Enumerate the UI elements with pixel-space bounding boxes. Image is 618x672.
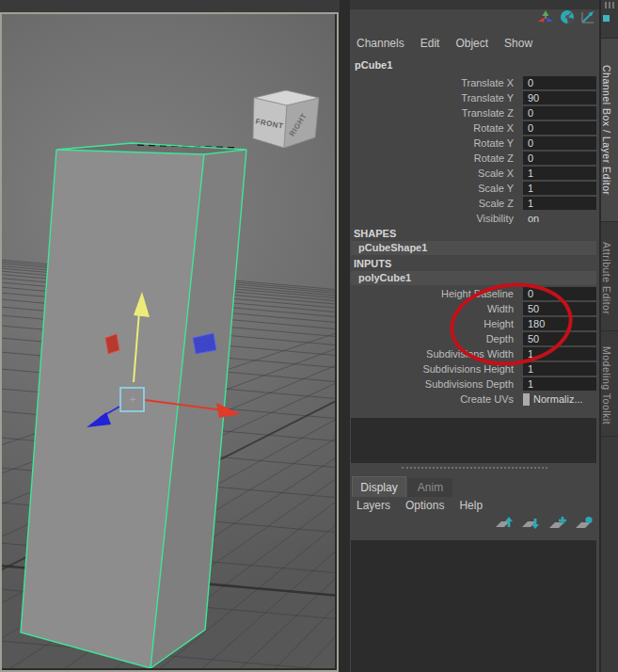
channel-label[interactable]: Rotate X [350, 122, 519, 134]
menu-show[interactable]: Show [504, 37, 532, 50]
channel-label[interactable]: Subdivisions Width [350, 348, 519, 360]
channel-row: Height180 [350, 316, 597, 331]
channel-value-plain[interactable]: on [528, 213, 539, 224]
channel-row: Height Baseline0 [350, 286, 597, 301]
channel-value-field[interactable]: 1 [523, 197, 596, 210]
menu-help[interactable]: Help [459, 499, 483, 512]
channel-label[interactable]: Translate Y [350, 92, 519, 104]
sidebar-grip-icon [605, 2, 614, 8]
channel-label[interactable]: Translate X [350, 77, 519, 88]
channel-label[interactable]: Rotate Z [350, 152, 519, 164]
menu-layers[interactable]: Layers [357, 499, 390, 512]
channel-label[interactable]: Scale Y [350, 183, 519, 194]
channel-value-field[interactable]: 1 [523, 182, 596, 195]
channel-row: Subdivisions Height1 [350, 361, 597, 376]
sidebar-accent-mark [603, 15, 610, 22]
channel-box-empty-area [351, 418, 596, 463]
channel-value-field[interactable]: 0 [523, 152, 596, 165]
menu-edit[interactable]: Edit [420, 37, 440, 50]
channel-row: Rotate X0 [350, 120, 597, 136]
channel-value-field[interactable]: 90 [523, 91, 596, 104]
channel-value-field[interactable]: 1 [523, 377, 596, 391]
inputs-header: INPUTS [350, 256, 597, 271]
channel-label[interactable]: Subdivisions Height [350, 363, 519, 375]
menu-channels[interactable]: Channels [357, 37, 404, 50]
channel-row: Translate X0 [350, 75, 597, 90]
channel-value-field[interactable]: 0 [523, 121, 596, 135]
layer-move-down-icon[interactable] [521, 516, 541, 531]
sidebar-tab-modeling-toolkit[interactable]: Modeling Toolkit [601, 335, 618, 437]
panel-top-strip [350, 0, 599, 9]
channel-box-toolbar [537, 9, 596, 24]
channel-row: Create UVs Normaliz... [350, 392, 597, 407]
layer-create-from-selected-icon[interactable] [574, 516, 594, 531]
channel-label[interactable]: Width [350, 303, 519, 314]
channel-row: Width50 [350, 301, 597, 316]
channel-label[interactable]: Translate Z [350, 107, 519, 119]
channel-value-field[interactable]: 0 [523, 287, 596, 300]
channel-row: Subdivisions Width1 [350, 346, 597, 361]
channel-label[interactable]: Visibility [350, 213, 519, 224]
channel-row: Depth50 [350, 331, 597, 346]
channel-label[interactable]: Depth [350, 333, 519, 344]
active-viewport-border [0, 12, 339, 672]
selected-object-name[interactable]: pCube1 [355, 59, 392, 71]
channel-box-panel: Channels Edit Object Show pCube1 Transla… [350, 0, 599, 672]
viewport-panel[interactable]: FRONT RIGHT [0, 12, 340, 672]
channel-label[interactable]: Height [350, 318, 519, 329]
panel-divider[interactable] [340, 0, 350, 672]
panel-drag-separator[interactable] [402, 467, 547, 469]
menu-object[interactable]: Object [455, 37, 488, 50]
channel-label[interactable]: Subdivisions Depth [350, 378, 519, 390]
channel-value-field[interactable]: 1 [523, 362, 596, 376]
enum-swatch [523, 393, 530, 406]
channel-label[interactable]: Create UVs [350, 393, 519, 405]
menu-options[interactable]: Options [405, 499, 444, 512]
right-sidebar: Channel Box / Layer Editor Attribute Edi… [599, 0, 618, 672]
channel-value-field[interactable]: 50 [523, 332, 596, 345]
layer-list-empty-area [351, 540, 596, 672]
channel-row: Visibilityon [350, 211, 597, 226]
channel-row: Translate Y90 [350, 90, 597, 105]
sidebar-tab-channel-box[interactable]: Channel Box / Layer Editor [601, 38, 618, 222]
create-uvs-enum[interactable]: Normaliz... [523, 393, 583, 406]
channel-value-field[interactable]: 180 [523, 317, 596, 330]
channel-row: Rotate Z0 [350, 151, 597, 166]
maya-window: FRONT RIGHT [0, 0, 618, 672]
channel-value-field[interactable]: 0 [523, 76, 596, 89]
layer-create-icon[interactable] [547, 516, 567, 531]
speed-gauge-icon[interactable] [559, 9, 576, 24]
channel-row: Rotate Y0 [350, 136, 597, 151]
layer-editor-toolbar [495, 516, 594, 531]
channel-label[interactable]: Rotate Y [350, 137, 519, 149]
channel-value-field[interactable]: 1 [523, 347, 596, 360]
channel-label[interactable]: Scale X [350, 168, 519, 179]
channel-row: Scale X1 [350, 166, 597, 181]
channel-row: Subdivisions Depth1 [350, 376, 597, 392]
shapes-header: SHAPES [350, 226, 597, 241]
channel-value-field[interactable]: 0 [523, 136, 596, 150]
channel-row: Scale Y1 [350, 181, 597, 196]
shape-node-row[interactable]: pCubeShape1 [351, 241, 596, 255]
channel-label[interactable]: Scale Z [350, 198, 519, 209]
graph-arrow-icon[interactable] [580, 9, 596, 24]
enum-value: Normaliz... [533, 393, 583, 405]
channel-value-field[interactable]: 0 [523, 106, 596, 120]
channel-label[interactable]: Height Baseline [350, 288, 519, 299]
channel-rows: Translate X0 Translate Y90 Translate Z0 … [350, 75, 597, 407]
tab-display[interactable]: Display [352, 476, 406, 497]
layer-editor-menubar: Layers Options Help [357, 499, 483, 512]
channel-row: Translate Z0 [350, 105, 597, 120]
channel-value-field[interactable]: 1 [523, 167, 596, 180]
sidebar-tab-attribute-editor[interactable]: Attribute Editor [601, 226, 618, 331]
tab-anim[interactable]: Anim [408, 478, 452, 497]
input-node-row[interactable]: polyCube1 [351, 271, 596, 285]
channel-box-menubar: Channels Edit Object Show [357, 37, 532, 50]
axis-tripod-icon[interactable] [537, 9, 554, 24]
channel-value-field[interactable]: 50 [523, 302, 596, 315]
layer-move-up-icon[interactable] [495, 516, 515, 531]
channel-row: Scale Z1 [350, 196, 597, 211]
